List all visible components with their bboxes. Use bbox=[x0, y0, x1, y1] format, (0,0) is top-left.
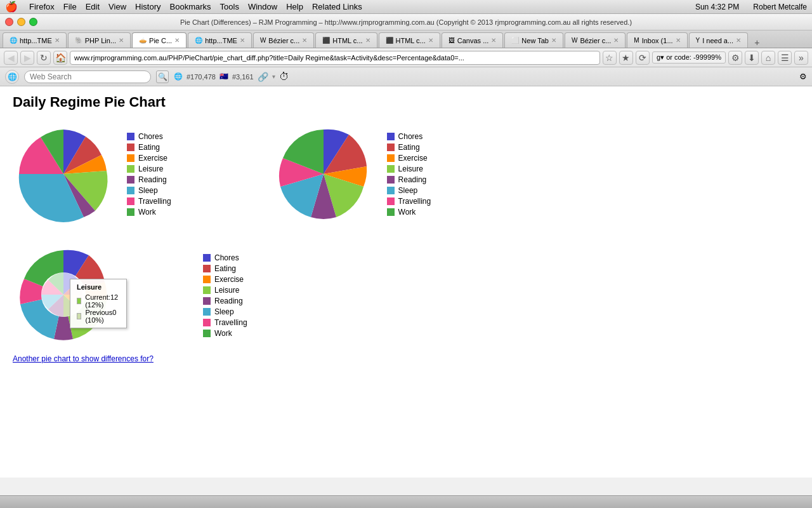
legend2-label-eating: Eating bbox=[398, 143, 420, 152]
menu-edit[interactable]: Edit bbox=[86, 2, 100, 11]
legend3-color-reading bbox=[203, 297, 211, 305]
menu-firefox[interactable]: Firefox bbox=[29, 2, 55, 11]
reload-stop[interactable]: ⟳ bbox=[636, 51, 650, 65]
legend-color-work bbox=[127, 208, 134, 216]
search-engine-btn[interactable]: g▾ or code: -99999% bbox=[652, 51, 726, 64]
legend-color-reading bbox=[127, 176, 134, 184]
legend-1: Chores Eating Exercise Leisure Reading bbox=[127, 132, 171, 217]
more-btn[interactable]: » bbox=[794, 51, 808, 65]
legend2-item-travelling: Travelling bbox=[387, 197, 431, 206]
legend-color-chores bbox=[127, 133, 134, 140]
legend3-color-exercise bbox=[203, 276, 211, 283]
tab-11[interactable]: YI need a...✕ bbox=[689, 32, 749, 48]
legend3-color-eating bbox=[203, 265, 211, 272]
tab-4[interactable]: WBézier c...✕ bbox=[253, 32, 314, 48]
tab-5[interactable]: ⬛HTML c...✕ bbox=[315, 32, 377, 48]
new-tab-button[interactable]: + bbox=[752, 37, 762, 48]
legend3-label-leisure: Leisure bbox=[214, 286, 239, 295]
titlebar: Pie Chart (Differences) – RJM Programmin… bbox=[0, 14, 812, 30]
menu-related-links[interactable]: Related Links bbox=[312, 2, 362, 11]
reload-button[interactable]: ↻ bbox=[37, 51, 51, 65]
legend2-color-reading bbox=[387, 176, 395, 184]
legend3-color-sleep bbox=[203, 308, 211, 316]
tab-8[interactable]: ⬜New Tab✕ bbox=[504, 32, 563, 48]
nav-bar: ◀ ▶ ↻ 🏠 ☆ ★ ⟳ g▾ or code: -99999% ⚙ ⬇ ⌂ … bbox=[0, 48, 812, 67]
tab-7[interactable]: 🖼Canvas ...✕ bbox=[442, 32, 504, 48]
menu-time: Sun 4:32 PM bbox=[695, 3, 739, 11]
home-btn2[interactable]: ⌂ bbox=[761, 51, 775, 65]
legend-label-leisure: Leisure bbox=[138, 164, 163, 173]
back-button[interactable]: ◀ bbox=[4, 51, 18, 65]
legend-item-eating: Eating bbox=[127, 143, 171, 152]
tab-2[interactable]: 🥧Pie C...✕ bbox=[132, 32, 187, 48]
menu-help[interactable]: Help bbox=[286, 2, 303, 11]
legend3-item-reading: Reading bbox=[203, 297, 247, 305]
legend3-label-exercise: Exercise bbox=[214, 275, 244, 284]
pie-chart-3 bbox=[13, 244, 114, 345]
legend2-item-eating: Eating bbox=[387, 143, 431, 152]
legend-label-travelling: Travelling bbox=[138, 197, 171, 206]
apple-menu[interactable]: 🍎 bbox=[5, 1, 18, 13]
bookmark-star2[interactable]: ★ bbox=[619, 51, 633, 65]
menu-file[interactable]: File bbox=[63, 2, 77, 11]
legend3-item-sleep: Sleep bbox=[203, 307, 247, 316]
legend-item-leisure: Leisure bbox=[127, 164, 171, 173]
maximize-button[interactable] bbox=[29, 18, 37, 26]
legend2-color-travelling bbox=[387, 197, 395, 205]
search-submit-button[interactable]: 🔍 bbox=[156, 70, 169, 83]
legend-color-exercise bbox=[127, 154, 134, 162]
gear-icon[interactable]: ⚙ bbox=[799, 72, 807, 81]
menu-bookmarks[interactable]: Bookmarks bbox=[170, 2, 211, 11]
menu-tools[interactable]: Tools bbox=[220, 2, 239, 11]
legend2-color-work bbox=[387, 208, 395, 216]
download-btn[interactable]: ⬇ bbox=[745, 51, 759, 65]
window-controls[interactable] bbox=[5, 18, 37, 26]
tab-10[interactable]: MInbox (1...✕ bbox=[627, 32, 687, 48]
legend-item-travelling: Travelling bbox=[127, 197, 171, 206]
options-btn[interactable]: ⚙ bbox=[728, 51, 742, 65]
legend-item-exercise: Exercise bbox=[127, 154, 171, 163]
legend-color-travelling bbox=[127, 197, 134, 205]
menu-history[interactable]: History bbox=[135, 2, 160, 11]
pie-chart-1 bbox=[13, 123, 114, 225]
another-chart-link[interactable]: Another pie chart to show differences fo… bbox=[13, 354, 154, 363]
rank2: #3,161 bbox=[232, 73, 254, 81]
menubar: 🍎 Firefox File Edit View History Bookmar… bbox=[0, 0, 812, 14]
legend2-color-leisure bbox=[387, 165, 395, 173]
legend-item-reading: Reading bbox=[127, 175, 171, 184]
legend-color-sleep bbox=[127, 187, 134, 194]
legend-label-reading: Reading bbox=[138, 175, 167, 184]
menu-view[interactable]: View bbox=[108, 2, 126, 11]
search-input[interactable] bbox=[24, 70, 151, 83]
legend3-color-leisure bbox=[203, 286, 211, 294]
close-button[interactable] bbox=[5, 18, 13, 26]
legend3-label-travelling: Travelling bbox=[214, 318, 247, 327]
legend3-label-reading: Reading bbox=[214, 297, 243, 305]
tab-6[interactable]: ⬛HTML c...✕ bbox=[379, 32, 440, 48]
sidebar-btn[interactable]: ☰ bbox=[778, 51, 792, 65]
tab-1[interactable]: 🐘PHP Lin...✕ bbox=[68, 32, 131, 48]
tabs-bar: 🌐http...TME✕ 🐘PHP Lin...✕ 🥧Pie C...✕ 🌐ht… bbox=[0, 30, 812, 48]
legend-item-sleep: Sleep bbox=[127, 186, 171, 195]
stats-area: 🌐 #170,478 🇦🇺 #3,161 🔗 ▾ ⏱ bbox=[174, 71, 289, 83]
legend2-color-exercise bbox=[387, 154, 395, 162]
tab-3[interactable]: 🌐http...TME✕ bbox=[188, 32, 252, 48]
legend3-label-eating: Eating bbox=[214, 264, 236, 273]
tab-0[interactable]: 🌐http...TME✕ bbox=[3, 32, 67, 48]
legend-label-work: Work bbox=[138, 208, 156, 217]
tab-9[interactable]: WBézier c...✕ bbox=[565, 32, 625, 48]
bookmark-star[interactable]: ☆ bbox=[603, 51, 617, 65]
menu-window[interactable]: Window bbox=[248, 2, 277, 11]
minimize-button[interactable] bbox=[17, 18, 25, 26]
forward-button[interactable]: ▶ bbox=[20, 51, 34, 65]
page-title: Daily Regime Pie Chart bbox=[13, 94, 799, 110]
legend2-label-work: Work bbox=[398, 208, 416, 217]
charts-row-1: Chores Eating Exercise Leisure Reading bbox=[13, 123, 799, 225]
legend2-item-chores: Chores bbox=[387, 132, 431, 141]
url-bar[interactable] bbox=[70, 51, 600, 65]
legend2-label-sleep: Sleep bbox=[398, 186, 418, 195]
legend2-item-reading: Reading bbox=[387, 175, 431, 184]
menu-user: Robert Metcalfe bbox=[753, 3, 807, 11]
home-button[interactable]: 🏠 bbox=[53, 51, 67, 65]
bottom-link: Another pie chart to show differences fo… bbox=[13, 354, 799, 363]
